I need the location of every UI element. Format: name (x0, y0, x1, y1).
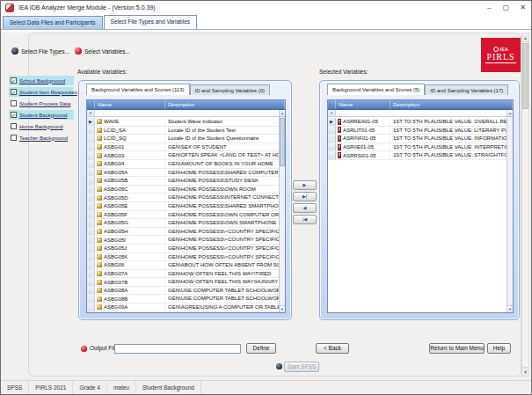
table-row[interactable]: ASRINF01-051ST TO 5TH PLAUSIBLE VALUE: I… (328, 135, 506, 143)
select-file-types-label: Select File Types... (21, 48, 69, 55)
select-file-types-step[interactable]: Select File Types... (11, 48, 69, 55)
maximize-button[interactable]: ▢ (498, 1, 514, 15)
table-row[interactable]: ▶ASRREA01-051ST TO 5TH PLAUSIBLE VALUE: … (328, 118, 506, 127)
column-header-description[interactable]: Description (165, 100, 285, 109)
app-window: IEA IDB Analyzer Merge Module - (Version… (0, 0, 532, 395)
scrollbar-thumb[interactable] (280, 118, 285, 166)
table-row[interactable]: ASBG09AGEN\AGREE\USING A COMPUTER OR TAB… (87, 304, 279, 312)
tab-page-content: Select File Types... Select Variables...… (1, 30, 531, 380)
table-row[interactable]: ASBG05HGEN\HOME POSSESS\<COUNTRY SPECIFI… (87, 228, 279, 237)
sidebar-item-school-background[interactable]: ✓School Background (9, 76, 74, 85)
variable-description-cell: 1ST TO 5TH PLAUSIBLE VALUE: INFORMATIONA… (390, 135, 506, 143)
checkbox-icon[interactable] (11, 100, 17, 106)
scroll-down-icon[interactable]: ▼ (280, 305, 285, 312)
table-row[interactable]: ASBG04GEN\AMOUNT OF BOOKS IN YOUR HOME (87, 160, 279, 169)
table-row[interactable]: ASBG05AGEN\HOME POSSESS\SHARED COMPUTER … (87, 169, 279, 178)
sidebar-item-student-background[interactable]: ✓Student Background (9, 110, 74, 120)
tab-select-data-files[interactable]: Select Data Files and Participants (3, 16, 103, 29)
checkbox-icon[interactable] (11, 135, 17, 141)
filter-row[interactable]: ▼ (328, 110, 513, 117)
tab-id-sampling-selected[interactable]: ID and Sampling Variables (17) (425, 84, 508, 95)
tab-background-variables-selected[interactable]: Background Variables and Scores (5) (327, 84, 425, 95)
column-header-name[interactable]: Name (336, 100, 390, 109)
filter-row[interactable]: ▼ (87, 110, 285, 117)
scroll-up-icon[interactable]: ▲ (507, 110, 513, 117)
sidebar-item-student-item-responses[interactable]: ✓Student Item Responses (9, 87, 74, 97)
table-row[interactable]: ASBG05IGEN\HOME POSSESS\<COUNTRY SPECIFI… (87, 236, 279, 245)
row-indicator (87, 245, 95, 252)
table-row[interactable]: ASBG05EGEN\HOME POSSESS\SHARED SMARTPHON… (87, 202, 279, 211)
table-row[interactable]: ASBG05JGEN\HOME POSSESS\<COUNTRY SPECIFI… (87, 245, 279, 253)
column-header-name[interactable]: Name (95, 100, 165, 109)
checkbox-icon[interactable]: ✓ (11, 112, 17, 118)
status-item-pirls-2021: PIRLS 2021 (29, 381, 73, 394)
table-row[interactable]: ASBG05CGEN\HOME POSSESS\OWN ROOM (87, 186, 279, 194)
select-variables-step[interactable]: Select Variables... (75, 48, 130, 55)
move-all-left-button[interactable]: |◀ (293, 215, 317, 224)
checkbox-icon[interactable] (11, 123, 17, 129)
variable-name-cell: ASBG05G (95, 219, 165, 227)
scrollbar-thumb[interactable] (522, 43, 528, 109)
tab-id-sampling-available[interactable]: ID and Sampling Variables (0) (190, 84, 271, 95)
scroll-down-icon[interactable]: ▼ (522, 367, 528, 376)
column-header-description[interactable]: Description (390, 100, 513, 109)
table-row[interactable]: ASBG07BGEN\HOW OFTEN FEEL THIS WAY\HUNGR… (87, 278, 279, 287)
variable-name-text: ASBG07B (104, 280, 128, 285)
table-row[interactable]: LCID_SQLocale ID of the Student Question… (87, 135, 279, 143)
move-right-button[interactable]: ▶ (293, 180, 317, 190)
sidebar-item-student-process-data[interactable]: Student Process Data (9, 99, 74, 108)
table-row[interactable]: ASBG08BGEN\USE COMPUTER TABLET SCHOOLWOR… (87, 295, 279, 304)
define-button[interactable]: Define (246, 343, 276, 354)
checkbox-icon[interactable]: ✓ (11, 89, 17, 95)
table-row[interactable]: ASRIIE01-051ST TO 5TH PLAUSIBLE VALUE: I… (328, 143, 506, 152)
return-to-main-menu-button[interactable]: Return to Main Menu (429, 343, 485, 354)
output-files-input[interactable] (114, 344, 241, 354)
variable-description-cell: GEN\OFTEN SPEAK <LANG OF TEST> AT HOME (165, 151, 279, 159)
select-variables-label: Select Variables... (84, 48, 130, 55)
table-row[interactable]: ASBG07AGEN\HOW OFTEN FEEL THIS WAY\TIRED (87, 270, 279, 279)
scroll-down-icon[interactable]: ▼ (507, 305, 513, 312)
variable-name-cell: LCID_SA (95, 127, 165, 135)
table-row[interactable]: ▶WAVEStudent Wave Indicator (87, 118, 279, 127)
status-item-grade-4: Grade 4 (73, 381, 107, 394)
variable-name-cell: LCID_SQ (95, 135, 165, 143)
table-row[interactable]: ASBG06GEN\ABOUT HOW OFTEN ABSENT FROM SC… (87, 261, 279, 270)
sidebar-item-home-background[interactable]: Home Background (9, 121, 74, 131)
filter-icon: ▼ (87, 110, 95, 116)
table-row[interactable]: LCID_SALocale ID of the Student Test (87, 127, 279, 135)
variable-description-cell: GEN\SEX OF STUDENT (165, 143, 279, 151)
move-left-button[interactable]: ◀ (293, 203, 317, 213)
grid-scrollbar[interactable]: ▲ ▼ (279, 110, 285, 312)
variable-name-cell: ASBG09A (95, 304, 165, 311)
categorical-variable-icon (97, 271, 102, 276)
scroll-up-icon[interactable]: ▲ (522, 33, 528, 42)
selected-variables-grid: Name Description ▼ ▶ASRREA01-051ST TO 5T… (327, 99, 514, 313)
pirls-logo-text: PIRLS (485, 53, 515, 63)
table-row[interactable]: ASBG05FGEN\HOME POSSESS\OWN COMPUTER OR … (87, 211, 279, 220)
table-row[interactable]: ASRLIT01-051ST TO 5TH PLAUSIBLE VALUE: L… (328, 127, 506, 135)
table-row[interactable]: ASBG05KGEN\HOME POSSESS\<COUNTRY SPECIFI… (87, 253, 279, 262)
table-row[interactable]: ASBG05DGEN\HOME POSSESS\INTERNET CONNECT… (87, 194, 279, 202)
start-spss-button[interactable]: Start SPSS (284, 362, 319, 372)
tab-select-file-types[interactable]: Select File Types and Variables (104, 15, 197, 29)
table-row[interactable]: ASBG01GEN\SEX OF STUDENT (87, 143, 279, 152)
help-button[interactable]: Help (487, 343, 511, 354)
table-row[interactable]: ASBG03GEN\OFTEN SPEAK <LANG OF TEST> AT … (87, 151, 279, 160)
back-button[interactable]: < Back (316, 343, 349, 354)
scroll-up-icon[interactable]: ▲ (280, 110, 285, 117)
table-row[interactable]: ASBG08AGEN\USE COMPUTER TABLET SCHOOLWOR… (87, 287, 279, 296)
variable-description-cell: GEN\HOME POSSESS\<COUNTRY SPECIFIC> (165, 245, 279, 252)
table-row[interactable]: ASBG05BGEN\HOME POSSESS\STUDY DESK (87, 177, 279, 186)
move-all-right-button[interactable]: ▶| (293, 192, 317, 201)
form-scrollbar[interactable]: ▲ ▼ (521, 33, 529, 377)
tab-background-variables-available[interactable]: Background Variables and Scores (113) (86, 84, 190, 95)
table-row[interactable]: ASBG05GGEN\HOME POSSESS\OWN SMARTPHONE (87, 219, 279, 228)
table-row[interactable]: ASRRSI01-051ST TO 5TH PLAUSIBLE VALUE: S… (328, 151, 506, 160)
checkbox-icon[interactable]: ✓ (11, 77, 17, 84)
minimize-button[interactable]: – (481, 1, 498, 15)
variable-description-cell: GEN\USE COMPUTER TABLET SCHOOLWORK\FINDI… (165, 287, 279, 295)
grid-scrollbar[interactable]: ▲ ▼ (506, 110, 513, 312)
close-button[interactable]: ✕ (514, 1, 531, 15)
scale-variable-icon (338, 144, 341, 150)
sidebar-item-teacher-background[interactable]: Teacher Background (9, 133, 74, 143)
